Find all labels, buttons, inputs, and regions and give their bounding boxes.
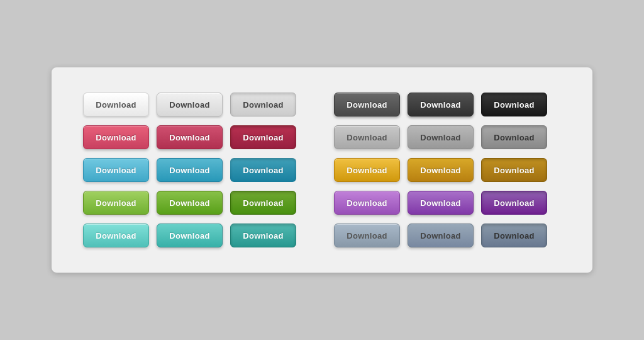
gray-button-active[interactable]: Download: [481, 125, 547, 149]
green-button-active[interactable]: Download: [230, 191, 296, 215]
white-button-row: Download Download Download: [83, 93, 296, 116]
red-button-active[interactable]: Download: [230, 125, 296, 149]
teal-button-row: Download Download Download: [83, 224, 296, 247]
slate-button-hover[interactable]: Download: [408, 224, 474, 247]
yellow-button-normal[interactable]: Download: [334, 158, 400, 182]
white-button-normal[interactable]: Download: [83, 93, 149, 116]
right-button-group: Download Download Download Download Down…: [334, 93, 547, 247]
dark-button-row: Download Download Download: [334, 93, 547, 116]
blue-button-active[interactable]: Download: [230, 158, 296, 182]
green-button-hover[interactable]: Download: [157, 191, 223, 215]
blue-button-normal[interactable]: Download: [83, 158, 149, 182]
purple-button-normal[interactable]: Download: [334, 191, 400, 215]
slate-button-active[interactable]: Download: [481, 224, 547, 247]
dark-button-hover[interactable]: Download: [408, 93, 474, 116]
yellow-button-row: Download Download Download: [334, 158, 547, 182]
blue-button-hover[interactable]: Download: [157, 158, 223, 182]
white-button-active[interactable]: Download: [230, 93, 296, 116]
teal-button-active[interactable]: Download: [230, 224, 296, 247]
slate-button-normal[interactable]: Download: [334, 224, 400, 247]
purple-button-row: Download Download Download: [334, 191, 547, 215]
green-button-row: Download Download Download: [83, 191, 296, 215]
red-button-hover[interactable]: Download: [157, 125, 223, 149]
yellow-button-active[interactable]: Download: [481, 158, 547, 182]
purple-button-active[interactable]: Download: [481, 191, 547, 215]
red-button-row: Download Download Download: [83, 125, 296, 149]
gray-button-hover[interactable]: Download: [408, 125, 474, 149]
dark-button-normal[interactable]: Download: [334, 93, 400, 116]
yellow-button-hover[interactable]: Download: [408, 158, 474, 182]
red-button-normal[interactable]: Download: [83, 125, 149, 149]
gray-button-row: Download Download Download: [334, 125, 547, 149]
white-button-hover[interactable]: Download: [157, 93, 223, 116]
green-button-normal[interactable]: Download: [83, 191, 149, 215]
purple-button-hover[interactable]: Download: [408, 191, 474, 215]
dark-button-active[interactable]: Download: [481, 93, 547, 116]
gray-button-normal[interactable]: Download: [334, 125, 400, 149]
main-card: Download Download Download Download Down…: [52, 67, 592, 273]
teal-button-normal[interactable]: Download: [83, 224, 149, 247]
slate-button-row: Download Download Download: [334, 224, 547, 247]
blue-button-row: Download Download Download: [83, 158, 296, 182]
left-button-group: Download Download Download Download Down…: [83, 93, 296, 247]
teal-button-hover[interactable]: Download: [157, 224, 223, 247]
